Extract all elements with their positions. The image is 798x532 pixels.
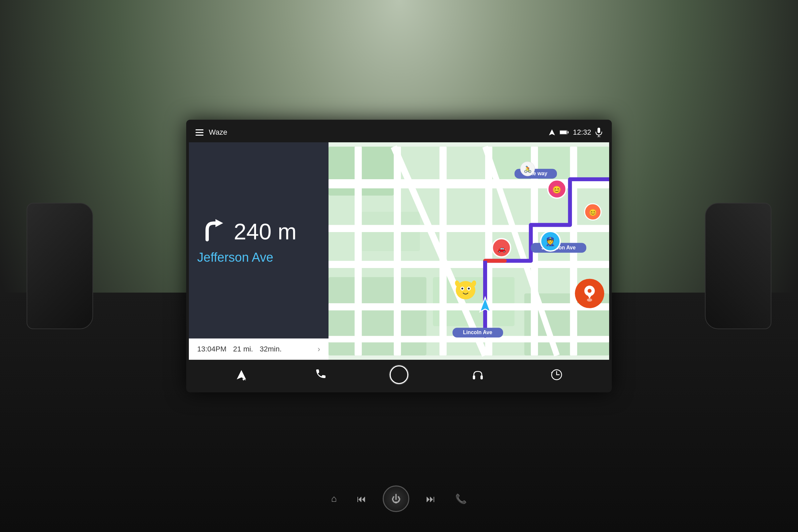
physical-controls: ⌂ ⏮ ⏻ ⏭ 📞 [249, 486, 549, 512]
svg-marker-7 [215, 219, 223, 227]
bottom-bar [189, 360, 609, 390]
svg-rect-15 [328, 179, 609, 188]
vent-right [705, 203, 772, 329]
nav-button[interactable] [231, 365, 251, 385]
svg-text:Lincoln Ave: Lincoln Ave [463, 329, 492, 335]
svg-rect-21 [394, 147, 401, 356]
svg-rect-61 [473, 375, 475, 379]
svg-rect-17 [328, 261, 609, 268]
nav-panel: 240 m Jefferson Ave 13:04PM 21 mi. 32min… [189, 142, 328, 360]
svg-marker-0 [549, 129, 555, 135]
svg-rect-62 [480, 375, 483, 379]
recents-button[interactable] [547, 365, 567, 385]
phone-button[interactable] [310, 365, 330, 385]
next-physical-button[interactable]: ⏭ [416, 490, 445, 508]
status-bar-right: 12:32 [548, 128, 603, 137]
home-physical-button[interactable]: ⌂ [321, 490, 347, 507]
battery-icon [559, 130, 569, 135]
app-name: Waze [209, 128, 227, 137]
map-svg: Lake way Jefferson Ave Lincoln Ave [328, 142, 609, 360]
svg-point-38 [461, 288, 463, 290]
main-content: 240 m Jefferson Ave 13:04PM 21 mi. 32min… [189, 142, 609, 360]
prev-physical-button[interactable]: ⏮ [347, 490, 376, 508]
signal-icon [548, 129, 556, 136]
clock: 12:32 [573, 128, 591, 137]
nav-street-name: Jefferson Ave [197, 250, 320, 265]
svg-rect-2 [560, 131, 567, 134]
car-interior: Waze 12:32 [0, 0, 798, 532]
svg-text:👮: 👮 [545, 236, 556, 247]
direction-block: 240 m Jefferson Ave [189, 142, 328, 339]
menu-button[interactable] [195, 129, 204, 136]
vent-left [26, 203, 93, 329]
turn-arrow-icon [197, 216, 227, 246]
eta-chevron-icon: › [318, 344, 320, 354]
mic-icon[interactable] [595, 128, 603, 137]
svg-rect-18 [328, 303, 609, 310]
svg-rect-4 [597, 128, 600, 133]
status-bar-left: Waze [195, 128, 227, 137]
nav-distance: 240 m [234, 220, 297, 243]
svg-point-53 [587, 298, 592, 302]
call-physical-button[interactable]: 📞 [445, 490, 477, 508]
svg-rect-20 [355, 147, 362, 356]
svg-text:😊: 😊 [552, 185, 561, 194]
power-physical-button[interactable]: ⏻ [383, 486, 409, 512]
svg-rect-11 [328, 277, 426, 356]
svg-rect-3 [568, 131, 569, 133]
eta-arrival-time: 13:04PM [197, 345, 226, 354]
svg-text:😊: 😊 [589, 208, 597, 216]
screen-content: Waze 12:32 [189, 122, 609, 390]
svg-text:🚗: 🚗 [497, 244, 506, 253]
audio-button[interactable] [468, 365, 488, 385]
infotainment-screen: Waze 12:32 [186, 120, 612, 392]
eta-distance: 21 mi. [233, 345, 253, 354]
home-button[interactable] [389, 365, 409, 385]
eta-duration: 32min. [260, 345, 282, 354]
eta-block[interactable]: 13:04PM 21 mi. 32min. › [189, 339, 328, 360]
svg-point-39 [468, 288, 470, 290]
map-area[interactable]: Lake way Jefferson Ave Lincoln Ave [328, 142, 609, 360]
svg-point-60 [391, 366, 408, 384]
status-bar: Waze 12:32 [189, 122, 609, 142]
svg-point-54 [588, 289, 591, 293]
direction-header: 240 m [197, 216, 320, 246]
svg-text:🚴: 🚴 [524, 165, 532, 173]
